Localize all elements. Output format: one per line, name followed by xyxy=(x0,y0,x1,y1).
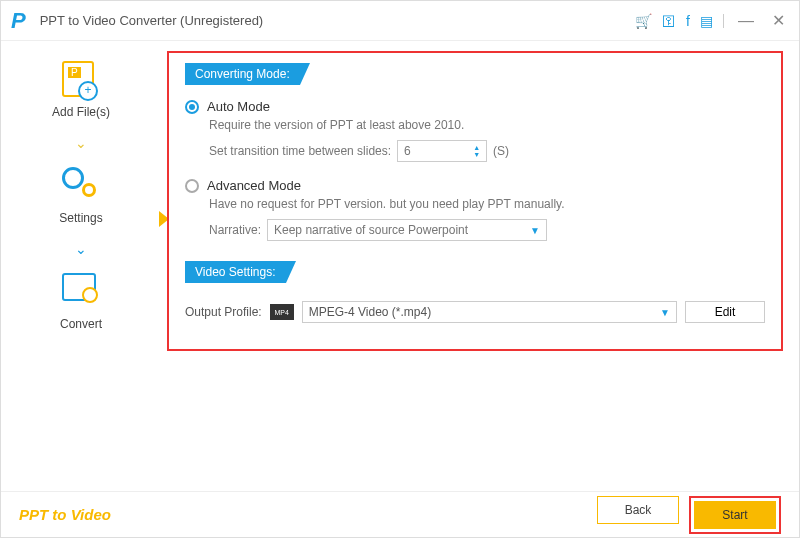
transition-unit: (S) xyxy=(493,144,509,158)
close-icon[interactable]: ✕ xyxy=(768,11,789,30)
app-window: P PPT to Video Converter (Unregistered) … xyxy=(0,0,800,538)
mp4-icon: MP4 xyxy=(270,304,294,320)
start-highlight: Start xyxy=(689,496,781,534)
minimize-icon[interactable]: — xyxy=(734,12,758,30)
cart-icon[interactable]: 🛒 xyxy=(635,13,652,29)
settings-icon xyxy=(62,167,100,205)
auto-mode-title: Auto Mode xyxy=(207,99,270,114)
radio-auto-mode[interactable] xyxy=(185,100,199,114)
spinner-icon[interactable]: ▲▼ xyxy=(473,144,480,158)
narrative-select[interactable]: Keep narrative of source Powerpoint ▼ xyxy=(267,219,547,241)
sidebar: Add File(s) ⌄ Settings ⌄ Convert xyxy=(1,41,161,491)
start-button[interactable]: Start xyxy=(694,501,776,529)
titlebar-actions: 🛒 ⚿ f ▤ — ✕ xyxy=(635,11,789,30)
edit-button[interactable]: Edit xyxy=(685,301,765,323)
auto-mode-radio-row[interactable]: Auto Mode xyxy=(185,99,765,114)
feedback-icon[interactable]: ▤ xyxy=(700,13,713,29)
sidebar-convert[interactable]: Convert xyxy=(60,273,102,331)
dropdown-icon: ▼ xyxy=(530,225,540,236)
output-profile-label: Output Profile: xyxy=(185,305,262,319)
narrative-row: Narrative: Keep narrative of source Powe… xyxy=(209,219,765,241)
output-profile-row: Output Profile: MP4 MPEG-4 Video (*.mp4)… xyxy=(185,301,765,323)
titlebar: P PPT to Video Converter (Unregistered) … xyxy=(1,1,799,41)
transition-time-input[interactable]: 6 ▲▼ xyxy=(397,140,487,162)
output-profile-value: MPEG-4 Video (*.mp4) xyxy=(309,305,432,319)
advanced-mode-block: Advanced Mode Have no request for PPT ve… xyxy=(185,178,765,241)
sidebar-settings[interactable]: Settings xyxy=(59,167,102,225)
convert-icon xyxy=(62,273,100,311)
brand-label: PPT to Video xyxy=(19,506,111,523)
advanced-mode-title: Advanced Mode xyxy=(207,178,301,193)
sidebar-add-files[interactable]: Add File(s) xyxy=(52,61,110,119)
auto-mode-block: Auto Mode Require the version of PPT at … xyxy=(185,99,765,162)
advanced-mode-desc: Have no request for PPT version. but you… xyxy=(209,197,765,211)
back-button[interactable]: Back xyxy=(597,496,679,524)
footer-buttons: Back Start xyxy=(597,496,781,534)
footer: PPT to Video Back Start xyxy=(1,491,799,537)
radio-advanced-mode[interactable] xyxy=(185,179,199,193)
add-file-icon xyxy=(62,61,100,99)
settings-label: Settings xyxy=(59,211,102,225)
narrative-label: Narrative: xyxy=(209,223,261,237)
key-icon[interactable]: ⚿ xyxy=(662,13,676,29)
facebook-icon[interactable]: f xyxy=(686,13,690,29)
converting-mode-heading: Converting Mode: xyxy=(185,63,300,85)
advanced-mode-radio-row[interactable]: Advanced Mode xyxy=(185,178,765,193)
auto-mode-desc: Require the version of PPT at least abov… xyxy=(209,118,765,132)
settings-panel: Converting Mode: Auto Mode Require the v… xyxy=(167,51,783,351)
transition-row: Set transition time between slides: 6 ▲▼… xyxy=(209,140,765,162)
add-file-label: Add File(s) xyxy=(52,105,110,119)
chevron-down-icon: ⌄ xyxy=(75,135,87,151)
dropdown-icon: ▼ xyxy=(660,307,670,318)
separator xyxy=(723,14,724,28)
transition-value: 6 xyxy=(404,144,411,158)
window-title: PPT to Video Converter (Unregistered) xyxy=(40,13,264,28)
narrative-value: Keep narrative of source Powerpoint xyxy=(274,223,468,237)
main-panel: Converting Mode: Auto Mode Require the v… xyxy=(161,41,799,491)
chevron-down-icon: ⌄ xyxy=(75,241,87,257)
logo: P xyxy=(11,8,26,34)
output-profile-select[interactable]: MPEG-4 Video (*.mp4) ▼ xyxy=(302,301,677,323)
video-settings-heading: Video Settings: xyxy=(185,261,286,283)
video-settings-section: Video Settings: Output Profile: MP4 MPEG… xyxy=(185,261,765,323)
transition-label: Set transition time between slides: xyxy=(209,144,391,158)
convert-label: Convert xyxy=(60,317,102,331)
body: Add File(s) ⌄ Settings ⌄ Convert Convert… xyxy=(1,41,799,491)
